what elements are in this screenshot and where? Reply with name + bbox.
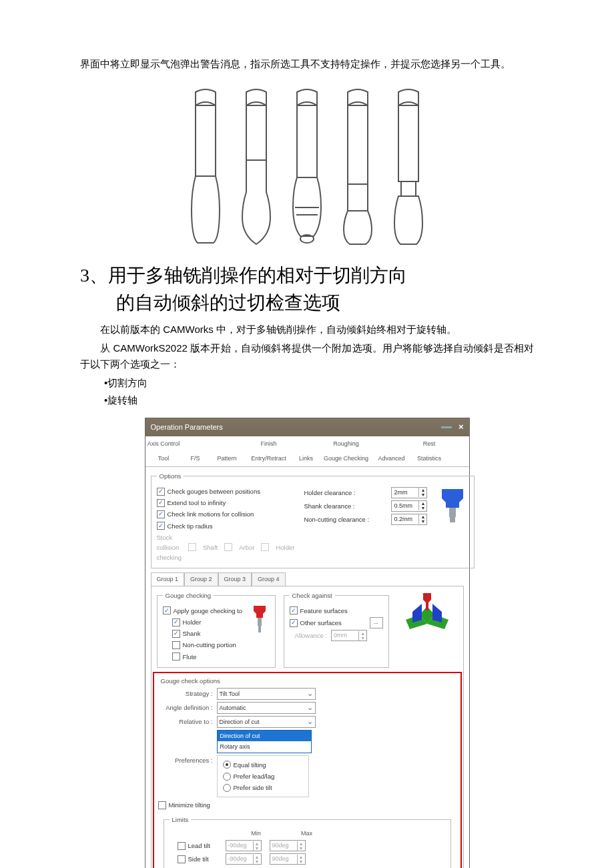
section-heading: 3、用于多轴铣削操作的相对于切削方向 的自动倾斜的过切检查选项 — [80, 262, 534, 316]
svg-rect-14 — [258, 626, 261, 632]
tool-preview-icon — [436, 485, 469, 526]
cb-flute[interactable] — [172, 653, 180, 661]
tab-gouge-checking[interactable]: Gouge Checking — [320, 451, 372, 466]
lbl-stock-collision: Stock collision checking — [157, 532, 182, 563]
bullet-rotary-axis: •旋转轴 — [104, 392, 534, 408]
intro-paragraph: 界面中将立即显示气泡弹出警告消息，指示所选工具不支持特定操作，并提示您选择另一个… — [80, 56, 534, 72]
cb-lead-tilt[interactable] — [178, 842, 186, 850]
check-against-fieldset: Check against Feature surfaces Other sur… — [284, 590, 389, 668]
tab-advanced[interactable]: Advanced — [372, 451, 411, 466]
cb-side-tilt[interactable] — [178, 855, 186, 863]
svg-rect-13 — [258, 618, 262, 626]
lbl-holder-clearance: Holder clearance : — [304, 488, 355, 498]
cb-minimize-tilting[interactable] — [158, 801, 166, 809]
minimize-icon[interactable] — [441, 426, 452, 428]
tab-axis-control[interactable]: Axis Control — [145, 436, 182, 451]
tab-pattern[interactable]: Pattern — [209, 451, 246, 466]
svg-rect-3 — [297, 105, 317, 177]
tab-group3[interactable]: Group 3 — [218, 572, 252, 585]
cb-check-link-motions[interactable] — [157, 510, 165, 518]
tab-group2[interactable]: Group 2 — [184, 572, 218, 585]
tool-outline-figure — [80, 84, 534, 248]
tab-fs[interactable]: F/S — [182, 451, 209, 466]
input-side-max: 90deg — [270, 853, 306, 865]
cb-noncut-portion[interactable] — [172, 641, 180, 649]
operation-parameters-dialog: Operation Parameters × Axis Control Fini… — [145, 418, 470, 868]
svg-rect-8 — [348, 184, 368, 211]
dd-option-direction-of-cut[interactable]: Direction of cut — [218, 731, 311, 741]
cb-arbor — [224, 543, 232, 551]
svg-marker-18 — [412, 604, 422, 622]
holder-preview-icon — [250, 604, 270, 663]
cb-holder — [261, 543, 269, 551]
lbl-min: Min — [231, 829, 282, 838]
bullet-cut-direction: •切割方向 — [104, 375, 534, 391]
svg-rect-0 — [196, 105, 216, 176]
input-lead-min: -90deg — [226, 840, 262, 851]
svg-rect-11 — [449, 508, 456, 517]
lbl-strategy: Strategy : — [158, 689, 217, 699]
svg-rect-12 — [450, 517, 455, 522]
check-against-preview-icon — [397, 590, 458, 668]
select-angle-definition[interactable]: Automatic — [217, 702, 316, 714]
cb-check-tip-radius[interactable] — [157, 522, 165, 530]
svg-rect-1 — [246, 105, 266, 160]
cb-extend-infinity[interactable] — [157, 499, 165, 507]
cb-other-surfaces[interactable] — [290, 619, 298, 627]
dialog-tabs: Axis Control Finish Roughing Rest Tool F… — [145, 436, 469, 467]
tab-entry-retract[interactable]: Entry/Retract — [246, 451, 292, 466]
gouge-check-options-highlight: Gouge check options Strategy : Tilt Tool… — [153, 672, 462, 868]
cb-apply-gouge[interactable] — [163, 606, 171, 614]
lbl-preferences: Preferences : — [158, 755, 217, 765]
preferences-radio-group: Equal tilting Prefer lead/lag Prefer sid… — [217, 755, 309, 798]
radio-equal-tilting[interactable] — [223, 761, 231, 769]
tab-statistics[interactable]: Statistics — [411, 451, 448, 466]
tab-finish[interactable]: Finish — [246, 436, 292, 451]
close-icon[interactable]: × — [458, 420, 464, 434]
svg-rect-10 — [401, 181, 416, 196]
input-shank-clearance[interactable]: 0.5mm — [391, 500, 427, 512]
svg-rect-7 — [348, 105, 368, 184]
options-legend: Options — [157, 471, 184, 481]
svg-marker-19 — [432, 604, 442, 622]
tab-links[interactable]: Links — [292, 451, 320, 466]
cb-check-gouges[interactable] — [157, 488, 165, 496]
input-lead-max: 90deg — [270, 840, 306, 851]
dialog-titlebar[interactable]: Operation Parameters × — [145, 418, 469, 436]
limits-fieldset: Limits Min Max Lead tilt -90deg 90deg — [164, 815, 451, 869]
other-surfaces-browse-button[interactable]: ... — [370, 617, 383, 628]
input-side-min: -90deg — [226, 853, 262, 865]
cb-holder2[interactable] — [172, 618, 180, 626]
tab-rest[interactable]: Rest — [411, 436, 448, 451]
input-holder-clearance[interactable]: 2mm — [391, 487, 427, 498]
options-fieldset: Options Check gouges between positions E… — [151, 471, 475, 569]
paragraph-1: 在以前版本的 CAMWorks 中，对于多轴铣削操作，自动倾斜始终相对于旋转轴。 — [80, 322, 534, 338]
tab-roughing[interactable]: Roughing — [320, 436, 372, 451]
lbl-shank-clearance: Shank clearance : — [304, 501, 354, 511]
tab-group1[interactable]: Group 1 — [151, 572, 185, 585]
gouge-checking-fieldset: Gouge checking Apply gouge checking to H… — [157, 590, 276, 668]
input-allowance: 0mm — [331, 630, 367, 641]
select-relative-to[interactable]: Direction of cut — [217, 716, 316, 728]
cb-feature-surfaces[interactable] — [290, 606, 298, 614]
lbl-noncut-clearance: Non-cutting clearance : — [304, 514, 369, 524]
lbl-angle-definition: Angle definition : — [158, 703, 217, 713]
gco-legend: Gouge check options — [158, 676, 223, 686]
lbl-relative-to: Relative to : — [158, 717, 217, 727]
svg-rect-9 — [398, 105, 418, 181]
dialog-title: Operation Parameters — [151, 422, 223, 434]
lbl-max: Max — [282, 829, 332, 838]
cb-shaft — [188, 543, 196, 551]
radio-prefer-side-tilt[interactable] — [223, 784, 231, 792]
relative-to-dropdown-panel[interactable]: Direction of cut Rotary axis — [217, 730, 312, 753]
dd-option-rotary-axis[interactable]: Rotary axis — [218, 741, 311, 752]
radio-prefer-lead-lag[interactable] — [223, 773, 231, 781]
select-strategy[interactable]: Tilt Tool — [217, 688, 316, 700]
tab-tool[interactable]: Tool — [145, 451, 182, 466]
paragraph-2: 从 CAMWorkS2022 版本开始，自动倾斜将提供一个附加选项。用户将能够选… — [80, 340, 534, 372]
cb-shank2[interactable] — [172, 630, 180, 638]
input-noncut-clearance[interactable]: 0.2mm — [391, 514, 427, 525]
group-tabs: Group 1 Group 2 Group 3 Group 4 — [151, 572, 464, 585]
tab-group4[interactable]: Group 4 — [252, 572, 286, 585]
